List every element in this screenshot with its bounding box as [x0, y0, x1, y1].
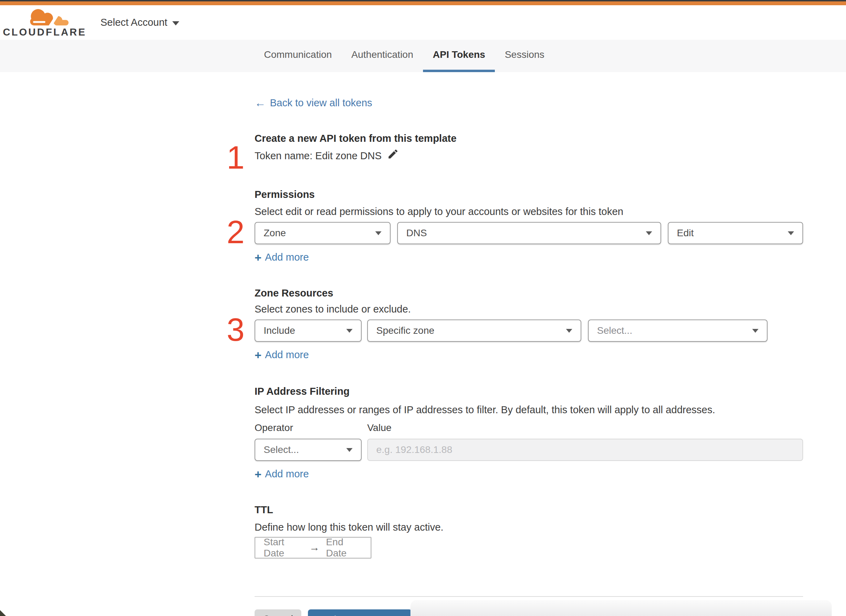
permission-access-value: Edit	[677, 227, 788, 239]
tab-authentication[interactable]: Authentication	[342, 40, 423, 72]
section-permissions: Permissions Select edit or read permissi…	[255, 189, 846, 263]
account-selector[interactable]: Select Account	[100, 17, 179, 28]
tab-sessions[interactable]: Sessions	[495, 40, 554, 72]
permissions-add-more-link[interactable]: + Add more	[255, 252, 309, 263]
bottom-overlay-panel	[410, 600, 832, 616]
account-selector-label: Select Account	[100, 17, 168, 28]
zone-picker-placeholder: Select...	[597, 325, 752, 336]
zone-mode-select[interactable]: Include	[255, 320, 362, 342]
step-number-3: 3	[227, 317, 244, 343]
chevron-down-icon	[172, 21, 179, 25]
zone-mode-value: Include	[263, 325, 346, 336]
zone-picker-select[interactable]: Select...	[588, 320, 768, 342]
operator-select[interactable]: Select...	[255, 439, 362, 461]
step-number-1: 1	[227, 145, 244, 170]
chevron-down-icon	[346, 329, 353, 333]
operator-label: Operator	[255, 422, 367, 433]
template-section-title: Create a new API token from this templat…	[255, 133, 846, 144]
ip-value-input[interactable]	[367, 439, 803, 461]
chevron-down-icon	[375, 231, 381, 235]
top-orange-strip	[0, 1, 846, 5]
ttl-description: Define how long this token will stay act…	[255, 522, 846, 533]
edit-pencil-icon[interactable]	[387, 148, 399, 162]
cloudflare-logo: CLOUDFLARE	[10, 8, 79, 37]
zone-resources-description: Select zones to include or exclude.	[255, 304, 846, 315]
permission-access-select[interactable]: Edit	[668, 222, 803, 244]
corner-wedge-shape	[0, 610, 6, 616]
continue-to-summary-button[interactable]: Continue to summary	[308, 609, 412, 616]
zone-type-value: Specific zone	[376, 325, 566, 336]
chevron-down-icon	[788, 231, 794, 235]
section-ip-filtering: IP Address Filtering Select IP addresses…	[255, 386, 846, 480]
end-date-field[interactable]: End Date	[326, 537, 362, 559]
permission-service-value: DNS	[406, 227, 646, 239]
token-name-text: Token name: Edit zone DNS	[255, 150, 381, 162]
main-content: ← Back to view all tokens 1 Create a new…	[0, 72, 846, 616]
section-zone-resources: Zone Resources Select zones to include o…	[255, 287, 846, 361]
page: CLOUDFLARE Select Account Communication …	[0, 0, 846, 616]
back-to-tokens-link[interactable]: ← Back to view all tokens	[255, 97, 372, 109]
arrow-right-icon: →	[309, 541, 320, 553]
tab-bar: Communication Authentication API Tokens …	[0, 40, 846, 72]
back-arrow-icon: ←	[255, 98, 266, 108]
ip-filtering-description: Select IP addresses or ranges of IP addr…	[255, 404, 846, 415]
ttl-title: TTL	[255, 504, 846, 515]
footer-divider	[255, 596, 803, 597]
zone-resources-title: Zone Resources	[255, 287, 846, 299]
tab-api-tokens[interactable]: API Tokens	[423, 40, 495, 72]
header: CLOUDFLARE Select Account	[0, 5, 846, 40]
value-label: Value	[367, 422, 391, 433]
add-more-label: Add more	[265, 349, 309, 361]
ip-filtering-title: IP Address Filtering	[255, 386, 846, 397]
chevron-down-icon	[566, 329, 572, 333]
add-more-label: Add more	[265, 468, 309, 480]
zone-type-select[interactable]: Specific zone	[367, 320, 581, 342]
cloudflare-cloud-icon	[19, 8, 71, 26]
ip-filtering-add-more-link[interactable]: + Add more	[255, 468, 309, 480]
permission-scope-value: Zone	[263, 227, 375, 239]
permissions-title: Permissions	[255, 189, 846, 200]
plus-icon: +	[255, 252, 262, 263]
zone-resources-add-more-link[interactable]: + Add more	[255, 349, 309, 361]
permission-service-select[interactable]: DNS	[397, 222, 661, 244]
plus-icon: +	[255, 350, 262, 360]
date-range-picker[interactable]: Start Date → End Date	[255, 537, 371, 559]
operator-placeholder: Select...	[263, 444, 346, 455]
chevron-down-icon	[346, 448, 353, 452]
permission-scope-select[interactable]: Zone	[255, 222, 391, 244]
chevron-down-icon	[646, 231, 652, 235]
plus-icon: +	[255, 469, 262, 480]
add-more-label: Add more	[265, 252, 309, 263]
back-link-label: Back to view all tokens	[270, 97, 372, 109]
section-ttl: TTL Define how long this token will stay…	[255, 504, 846, 559]
permissions-description: Select edit or read permissions to apply…	[255, 206, 846, 217]
section-token-name: 1 Create a new API token from this templ…	[255, 133, 846, 162]
cloudflare-wordmark: CLOUDFLARE	[3, 27, 87, 37]
chevron-down-icon	[752, 329, 758, 333]
cancel-button[interactable]: Cancel	[255, 609, 301, 616]
tab-communication[interactable]: Communication	[254, 40, 342, 72]
start-date-field[interactable]: Start Date	[263, 537, 303, 559]
step-number-2: 2	[227, 219, 244, 245]
